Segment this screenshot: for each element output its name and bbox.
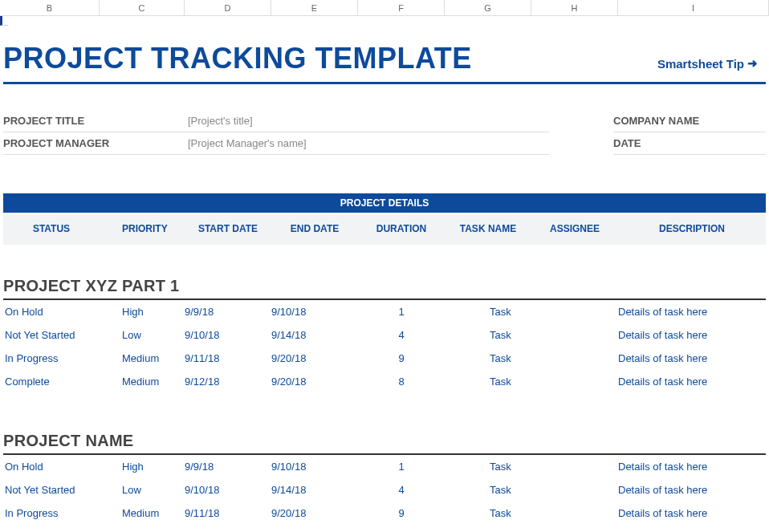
section-title: PROJECT XYZ PART 1 bbox=[3, 277, 766, 300]
header-start-date: START DATE bbox=[185, 223, 271, 234]
cell-start-date[interactable]: 9/11/18 bbox=[185, 352, 271, 364]
cell-duration[interactable]: 1 bbox=[358, 461, 445, 473]
cell-priority[interactable]: Medium bbox=[100, 507, 185, 519]
column-header[interactable]: F bbox=[358, 0, 445, 15]
cell-priority[interactable]: Medium bbox=[100, 352, 185, 364]
cell-status[interactable]: In Progress bbox=[3, 507, 100, 519]
cell-description[interactable]: Details of task here bbox=[618, 484, 766, 496]
cell-task-name[interactable]: Task bbox=[445, 376, 531, 388]
project-manager-label: PROJECT MANAGER bbox=[3, 132, 188, 155]
cell-cursor bbox=[0, 16, 8, 26]
cell-end-date[interactable]: 9/20/18 bbox=[271, 352, 358, 364]
table-row[interactable]: CompleteMedium9/12/189/20/188TaskDetails… bbox=[3, 525, 766, 532]
page-title: PROJECT TRACKING TEMPLATE bbox=[3, 42, 472, 75]
cell-task-name[interactable]: Task bbox=[445, 461, 531, 473]
table-row[interactable]: On HoldHigh9/9/189/10/181TaskDetails of … bbox=[3, 300, 766, 323]
header-description: DESCRIPTION bbox=[618, 223, 766, 234]
cell-task-name[interactable]: Task bbox=[445, 329, 531, 341]
cell-task-name[interactable]: Task bbox=[445, 306, 531, 318]
cell-status[interactable]: On Hold bbox=[3, 461, 100, 473]
table-row[interactable]: On HoldHigh9/9/189/10/181TaskDetails of … bbox=[3, 455, 766, 478]
cell-start-date[interactable]: 9/12/18 bbox=[185, 376, 271, 388]
cell-status[interactable]: Complete bbox=[3, 376, 100, 388]
cell-description[interactable]: Details of task here bbox=[618, 376, 766, 388]
cell-start-date[interactable]: 9/10/18 bbox=[185, 329, 271, 341]
cell-end-date[interactable]: 9/10/18 bbox=[271, 461, 358, 473]
header-task-name: TASK NAME bbox=[445, 223, 531, 234]
section-title: PROJECT NAME bbox=[3, 432, 766, 455]
header-end-date: END DATE bbox=[271, 223, 358, 234]
table-row[interactable]: In ProgressMedium9/11/189/20/189TaskDeta… bbox=[3, 502, 766, 525]
tip-label: Smartsheet Tip bbox=[657, 57, 744, 71]
cell-priority[interactable]: High bbox=[100, 461, 185, 473]
column-header[interactable]: G bbox=[445, 0, 531, 15]
table-row[interactable]: In ProgressMedium9/11/189/20/189TaskDeta… bbox=[3, 347, 766, 370]
column-header[interactable]: I bbox=[618, 0, 769, 15]
cell-duration[interactable]: 4 bbox=[358, 484, 445, 496]
meta-block: PROJECT TITLE [Project's title] COMPANY … bbox=[3, 110, 766, 155]
cell-priority[interactable]: Low bbox=[100, 484, 185, 496]
cell-start-date[interactable]: 9/10/18 bbox=[185, 484, 271, 496]
cell-description[interactable]: Details of task here bbox=[618, 329, 766, 341]
cell-duration[interactable]: 9 bbox=[358, 507, 445, 519]
column-header[interactable]: E bbox=[271, 0, 358, 15]
cell-status[interactable]: Not Yet Started bbox=[3, 484, 100, 496]
project-manager-field[interactable]: [Project Manager's name] bbox=[188, 132, 549, 155]
cell-priority[interactable]: Low bbox=[100, 329, 185, 341]
column-header-row: B C D E F G H I bbox=[0, 0, 769, 16]
cell-duration[interactable]: 4 bbox=[358, 329, 445, 341]
cell-description[interactable]: Details of task here bbox=[618, 352, 766, 364]
cell-description[interactable]: Details of task here bbox=[618, 507, 766, 519]
cell-start-date[interactable]: 9/9/18 bbox=[185, 461, 271, 473]
details-header-row: STATUS PRIORITY START DATE END DATE DURA… bbox=[3, 213, 766, 245]
header-status: STATUS bbox=[3, 223, 100, 234]
cell-start-date[interactable]: 9/9/18 bbox=[185, 306, 271, 318]
arrow-right-icon: ➜ bbox=[747, 56, 758, 71]
cell-priority[interactable]: Medium bbox=[100, 376, 185, 388]
cell-description[interactable]: Details of task here bbox=[618, 306, 766, 318]
cell-description[interactable]: Details of task here bbox=[618, 461, 766, 473]
header-duration: DURATION bbox=[358, 223, 445, 234]
date-label: DATE bbox=[613, 132, 766, 155]
column-header[interactable]: C bbox=[100, 0, 185, 15]
column-header[interactable]: D bbox=[185, 0, 271, 15]
cell-duration[interactable]: 1 bbox=[358, 306, 445, 318]
table-row[interactable]: CompleteMedium9/12/189/20/188TaskDetails… bbox=[3, 370, 766, 393]
cell-task-name[interactable]: Task bbox=[445, 507, 531, 519]
cell-priority[interactable]: High bbox=[100, 306, 185, 318]
table-row[interactable]: Not Yet StartedLow9/10/189/14/184TaskDet… bbox=[3, 323, 766, 347]
smartsheet-tip-link[interactable]: Smartsheet Tip ➜ bbox=[657, 56, 758, 71]
cell-end-date[interactable]: 9/20/18 bbox=[271, 507, 358, 519]
cell-start-date[interactable]: 9/11/18 bbox=[185, 507, 271, 519]
cell-duration[interactable]: 9 bbox=[358, 352, 445, 364]
table-row[interactable]: Not Yet StartedLow9/10/189/14/184TaskDet… bbox=[3, 478, 766, 502]
cell-task-name[interactable]: Task bbox=[445, 484, 531, 496]
cell-status[interactable]: Not Yet Started bbox=[3, 329, 100, 341]
cell-end-date[interactable]: 9/14/18 bbox=[271, 484, 358, 496]
header-priority: PRIORITY bbox=[100, 223, 185, 234]
cell-status[interactable]: On Hold bbox=[3, 306, 100, 318]
title-row: PROJECT TRACKING TEMPLATE Smartsheet Tip… bbox=[3, 26, 766, 84]
header-assignee: ASSIGNEE bbox=[531, 223, 618, 234]
column-header[interactable]: H bbox=[531, 0, 618, 15]
cell-status[interactable]: In Progress bbox=[3, 352, 100, 364]
cell-end-date[interactable]: 9/10/18 bbox=[271, 306, 358, 318]
cell-task-name[interactable]: Task bbox=[445, 352, 531, 364]
project-title-field[interactable]: [Project's title] bbox=[188, 110, 549, 132]
column-header[interactable]: B bbox=[0, 0, 100, 15]
cell-end-date[interactable]: 9/14/18 bbox=[271, 329, 358, 341]
company-name-label: COMPANY NAME bbox=[613, 110, 766, 132]
cell-end-date[interactable]: 9/20/18 bbox=[271, 376, 358, 388]
cell-duration[interactable]: 8 bbox=[358, 376, 445, 388]
project-title-label: PROJECT TITLE bbox=[3, 110, 188, 132]
project-details-banner: PROJECT DETAILS bbox=[3, 193, 766, 213]
